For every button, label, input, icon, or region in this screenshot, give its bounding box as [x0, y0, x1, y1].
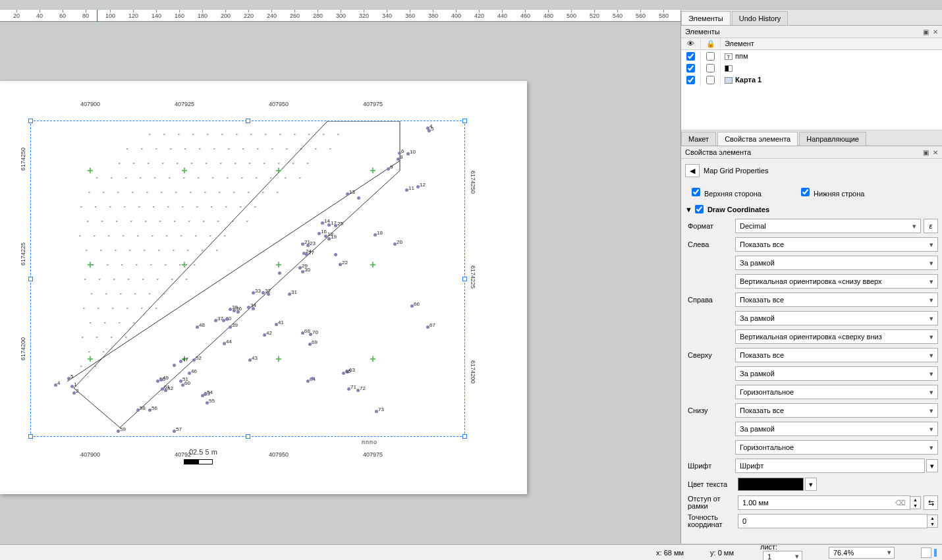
fill-symbol: ˅ — [262, 191, 265, 198]
statusbar: x: 68 мм y: 0 мм лист: 1 76.4% — [0, 544, 942, 560]
map-point-label: 2 — [76, 388, 78, 394]
map-point-label: 54 — [207, 389, 213, 395]
bottom-orient-select[interactable]: Горизонтальное▾ — [735, 440, 938, 455]
zoom-slider-handle[interactable] — [921, 547, 931, 558]
lock-checkbox[interactable] — [706, 64, 715, 72]
textcolor-swatch[interactable] — [738, 478, 804, 491]
fill-symbol: ˅ — [155, 148, 158, 154]
fill-symbol: ˅ — [138, 206, 141, 212]
offset-input[interactable]: 1.00 мм⌫ — [738, 495, 910, 510]
bottom-label: Снизу — [685, 406, 735, 414]
lock-checkbox[interactable] — [706, 76, 715, 84]
panel-dock-icon[interactable]: ▣ — [923, 149, 929, 156]
clear-icon[interactable]: ⌫ — [895, 499, 906, 507]
grid-cross-icon: + — [180, 166, 189, 175]
chk-bottom-side-label: Нижняя строна — [814, 190, 864, 198]
tab-elements[interactable]: Элементы — [681, 11, 731, 25]
map-point-label: 70 — [312, 329, 318, 335]
top-position-select[interactable]: За рамкой▾ — [735, 366, 938, 381]
tab-item-properties[interactable]: Свойства элемента — [717, 132, 798, 146]
offset-spinner[interactable]: ▲▼ — [910, 496, 921, 509]
visibility-checkbox[interactable] — [686, 52, 695, 61]
right-position-select[interactable]: За рамкой▾ — [735, 311, 938, 325]
epsilon-button[interactable]: ε — [924, 219, 938, 233]
ruler-tick: 220 — [244, 10, 254, 19]
fill-symbol: ˅ — [148, 293, 152, 299]
right-orient-select[interactable]: Вертикальная ориентировка «сверху вниз▾ — [735, 329, 938, 344]
chk-draw-coordinates[interactable] — [695, 205, 704, 213]
visibility-checkbox[interactable] — [686, 64, 695, 72]
ruler-horizontal[interactable]: 2040608010012014016018020022024026028030… — [0, 10, 680, 22]
precision-input[interactable]: 0 — [738, 514, 928, 528]
element-row[interactable]: Tппм — [681, 50, 942, 62]
right-display-select[interactable]: Показать все▾ — [735, 293, 938, 307]
map-point — [357, 196, 360, 200]
chk-bottom-side[interactable] — [801, 188, 810, 196]
panel-dock-icon[interactable]: ▣ — [923, 28, 929, 36]
tab-layout[interactable]: Макет — [681, 132, 716, 146]
map-frame[interactable]: ++++++++++++ 456108911121314172516181918… — [30, 121, 465, 437]
fill-symbol: ˅ — [157, 249, 161, 256]
grid-cross-icon: + — [274, 260, 283, 269]
scalebar-text: 02.5 5 m — [189, 448, 217, 456]
font-button[interactable]: Шрифт — [735, 459, 925, 473]
map-point-label: 30 — [304, 267, 310, 273]
panel-close-icon[interactable]: ✕ — [933, 149, 938, 156]
fill-symbol: ˅ — [276, 191, 279, 198]
fill-symbol: ˅ — [94, 206, 97, 212]
fill-symbol: ˅ — [285, 148, 289, 154]
left-display-select[interactable]: Показать все▾ — [735, 237, 938, 252]
fill-symbol: ˅ — [250, 133, 253, 140]
fill-symbol: ˅ — [215, 249, 219, 256]
fill-symbol: ˅ — [173, 220, 177, 227]
back-button[interactable]: ◀ — [685, 164, 700, 177]
status-sheet-label: лист: — [760, 543, 777, 551]
panel-close-icon[interactable]: ✕ — [933, 28, 938, 36]
left-position-select[interactable]: За рамкой▾ — [735, 256, 938, 270]
fill-symbol: ˅ — [103, 322, 107, 328]
canvas[interactable]: 407900 407925 407950 407975 407900 40792… — [0, 22, 680, 542]
coord-bottom: 407975 — [363, 451, 383, 458]
ruler-tick: 420 — [474, 10, 484, 19]
font-dropdown-button[interactable]: ▾ — [926, 459, 938, 472]
element-row[interactable] — [681, 62, 942, 74]
format-select[interactable]: Decimal▾ — [735, 219, 921, 233]
tab-undo-history[interactable]: Undo History — [732, 11, 789, 25]
zoom-select[interactable]: 76.4% — [829, 547, 895, 559]
bottom-display-select[interactable]: Показать все▾ — [735, 403, 938, 418]
fill-symbol: ˅ — [109, 206, 112, 212]
coord-bottom: 407950 — [269, 451, 289, 458]
zoom-slider-track[interactable] — [934, 549, 937, 557]
left-orient-select[interactable]: Вертикальная ориентировка «снизу вверх▾ — [735, 274, 938, 289]
fill-symbol: ˅ — [156, 278, 159, 285]
tab-guides[interactable]: Направляющие — [799, 132, 866, 146]
collapse-icon[interactable]: ▼ — [685, 206, 692, 213]
top-display-select[interactable]: Показать все▾ — [735, 348, 938, 362]
fill-symbol: ˅ — [88, 191, 91, 198]
textcolor-dropdown-button[interactable]: ▾ — [805, 478, 817, 491]
fill-symbol: ˅ — [235, 133, 238, 140]
fill-symbol: ˅ — [217, 220, 220, 227]
ruler-tick: 400 — [451, 10, 461, 19]
top-orient-select[interactable]: Горизонтальное▾ — [735, 385, 938, 399]
element-row[interactable]: Карта 1 — [681, 74, 942, 86]
visibility-checkbox[interactable] — [686, 76, 695, 84]
bottom-position-select[interactable]: За рамкой▾ — [735, 422, 938, 436]
fill-symbol: ˅ — [148, 133, 152, 140]
map-point-label: 10 — [410, 149, 416, 155]
chk-top-side[interactable] — [692, 188, 700, 196]
fill-symbol: ˅ — [202, 220, 206, 227]
lock-checkbox[interactable] — [706, 52, 715, 61]
fill-symbol: ˅ — [182, 177, 186, 183]
map-point-label: 5 — [70, 374, 73, 379]
precision-spinner[interactable]: ▲▼ — [928, 515, 938, 528]
fill-symbol: ˅ — [93, 235, 96, 241]
sheet-select[interactable]: 1 — [763, 551, 802, 561]
fill-symbol: ˅ — [142, 278, 145, 285]
map-point-label: 72 — [360, 385, 366, 391]
data-defined-button[interactable]: ⇆ — [924, 495, 938, 510]
ruler-tick: 380 — [428, 10, 438, 19]
coord-left: 6174250 — [20, 148, 26, 171]
fill-symbol: ˅ — [234, 162, 237, 169]
fill-symbol: ˅ — [337, 133, 340, 140]
